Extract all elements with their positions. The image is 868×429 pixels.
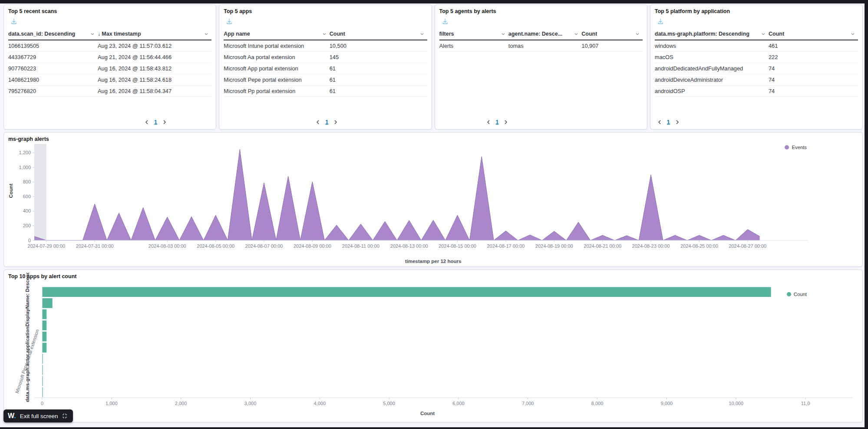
column-header[interactable]: App name	[224, 29, 329, 40]
table-cell: 795276820	[8, 86, 98, 97]
table-row: androidOSP74	[655, 86, 858, 97]
legend-label: Count	[794, 292, 807, 297]
pagination-page-1[interactable]: 1	[154, 119, 157, 125]
x-axis-title: Count	[4, 411, 862, 416]
panel-top5-apps: Top 5 apps App nameCountMicrosoft Intune…	[219, 4, 432, 130]
y-tick-label: 200	[23, 223, 31, 228]
pagination-next-button[interactable]	[333, 118, 339, 126]
pagination-page-1[interactable]: 1	[325, 119, 328, 125]
chevron-down-icon	[90, 31, 95, 37]
y-tick-label: 800	[23, 179, 31, 184]
x-tick-label: 2,000	[175, 401, 187, 406]
download-icon	[11, 18, 17, 24]
download-csv-button[interactable]	[226, 18, 232, 25]
download-csv-button[interactable]	[11, 18, 17, 25]
x-tick-label: 2024-08-15 00:00	[439, 243, 476, 249]
column-label: data.ms-graph.platform: Descending	[655, 31, 749, 37]
y-tick-label: 0	[28, 238, 31, 243]
x-tick-label: 3,000	[244, 401, 257, 406]
x-tick-label: 2024-08-07 00:00	[245, 243, 283, 249]
chevron-left-icon	[145, 120, 149, 124]
x-tick-label: 2024-08-11 00:00	[342, 243, 380, 249]
bar-segment	[43, 320, 47, 330]
table-row: Microsoft Aa portal extension145	[224, 52, 427, 63]
pagination-prev-button[interactable]	[485, 118, 492, 126]
legend-dot	[787, 292, 791, 296]
pagination-next-button[interactable]	[503, 118, 509, 126]
table-row: Microsoft Intune portal extension10,500	[224, 40, 427, 52]
table-cell: 61	[330, 63, 427, 74]
panel-ms-graph-alerts: ms-graph alerts Events Count 2024-07-29 …	[3, 132, 863, 267]
column-header[interactable]: Count	[769, 29, 858, 40]
pagination-page-1[interactable]: 1	[496, 119, 499, 125]
x-tick-label: 4,000	[314, 401, 326, 406]
column-header[interactable]: agent.name: Desce...	[508, 29, 582, 40]
x-tick-label: 7,000	[522, 401, 534, 406]
chevron-down-icon	[204, 31, 209, 37]
column-header[interactable]: ↓Max timestamp	[98, 29, 211, 40]
table-cell: 74	[769, 63, 858, 74]
data-table: data.scan_id: Descending↓Max timestamp10…	[8, 29, 211, 97]
table-cell: Aug 16, 2024 @ 11:58:04.347	[98, 86, 211, 97]
table-cell: 74	[769, 74, 858, 86]
bar-segment	[43, 365, 43, 375]
pagination-prev-button[interactable]	[144, 118, 150, 126]
pagination-prev-button[interactable]	[315, 118, 321, 126]
x-tick-label: 9,000	[661, 401, 673, 406]
bar-segment	[43, 309, 47, 319]
sort-descending-icon: ↓	[98, 31, 100, 37]
table-row: 1066139505Aug 23, 2024 @ 11:57:03.612	[8, 40, 211, 52]
panel-top10-apps-by-alert-count: Top 10 apps by alert count Count data.ms…	[3, 269, 863, 422]
x-tick-label: 2024-08-17 00:00	[487, 243, 525, 249]
partial-bucket-band	[34, 144, 46, 240]
pagination-next-button[interactable]	[674, 118, 680, 126]
panel-top5-agents-by-alerts: Top 5 agents by alerts filtersagent.name…	[435, 4, 647, 130]
pagination-prev-button[interactable]	[657, 118, 663, 126]
events-area-series	[34, 149, 760, 240]
column-label: Count	[330, 31, 345, 37]
y-tick-label: 600	[23, 194, 31, 199]
column-header[interactable]: data.scan_id: Descending	[8, 29, 98, 40]
x-tick-label: 2024-08-19 00:00	[535, 243, 573, 249]
pagination-next-button[interactable]	[162, 118, 168, 126]
x-tick-label: 2024-08-23 00:00	[632, 243, 670, 249]
events-area-chart[interactable]: 2024-07-29 00:002024-07-31 00:002024-08-…	[8, 143, 861, 259]
bar-segment	[43, 298, 53, 308]
pagination-page-1[interactable]: 1	[667, 119, 670, 125]
x-tick-label: 2024-08-05 00:00	[197, 243, 234, 249]
column-label: filters	[439, 31, 454, 37]
column-header[interactable]: data.ms-graph.platform: Descending	[655, 29, 769, 40]
table-cell: 61	[330, 74, 427, 86]
chevron-down-icon	[850, 31, 855, 37]
x-tick-label: 11,0	[801, 401, 810, 406]
table-cell: 907760223	[8, 63, 98, 74]
bar-segment	[43, 387, 43, 397]
dashboard-page: Top 5 recent scans data.scan_id: Descend…	[0, 3, 865, 427]
x-tick-label: 2024-08-21 00:00	[584, 243, 621, 249]
y-tick-label: 1,000	[19, 165, 31, 170]
data-table: App nameCountMicrosoft Intune portal ext…	[224, 29, 427, 97]
column-header[interactable]: Count	[581, 29, 642, 40]
column-header[interactable]: filters	[439, 29, 508, 40]
top-tables-row: Top 5 recent scans data.scan_id: Descend…	[3, 4, 863, 130]
exit-fullscreen-button[interactable]: W. Exit full screen	[3, 409, 73, 422]
download-icon	[226, 18, 232, 24]
panel-title: Top 5 agents by alerts	[435, 5, 647, 14]
table-row: androidDeviceAdministrator74	[655, 74, 858, 86]
table-row: 907760223Aug 16, 2024 @ 11:58:43.812	[8, 63, 211, 74]
exit-fullscreen-label: Exit full screen	[20, 413, 58, 419]
bar-segment	[43, 287, 771, 297]
column-header[interactable]: Count	[330, 29, 427, 40]
table-row: Microsoft App portal extension61	[224, 63, 427, 74]
column-label: agent.name: Desce...	[508, 31, 562, 37]
x-tick-label: 2024-08-03 00:00	[149, 243, 186, 249]
alerts-bar-chart[interactable]: 01,0002,0003,0004,0005,0006,0007,0008,00…	[8, 284, 861, 411]
table-cell: macOS	[655, 52, 769, 63]
chevron-down-icon	[761, 31, 766, 37]
legend-item-events[interactable]: Events	[785, 145, 807, 150]
table-cell: Aug 21, 2024 @ 11:56:44.466	[98, 52, 211, 63]
download-csv-button[interactable]	[442, 18, 448, 25]
legend-item-count[interactable]: Count	[787, 292, 807, 297]
table-cell: 10,500	[330, 40, 427, 52]
download-csv-button[interactable]	[657, 18, 663, 25]
